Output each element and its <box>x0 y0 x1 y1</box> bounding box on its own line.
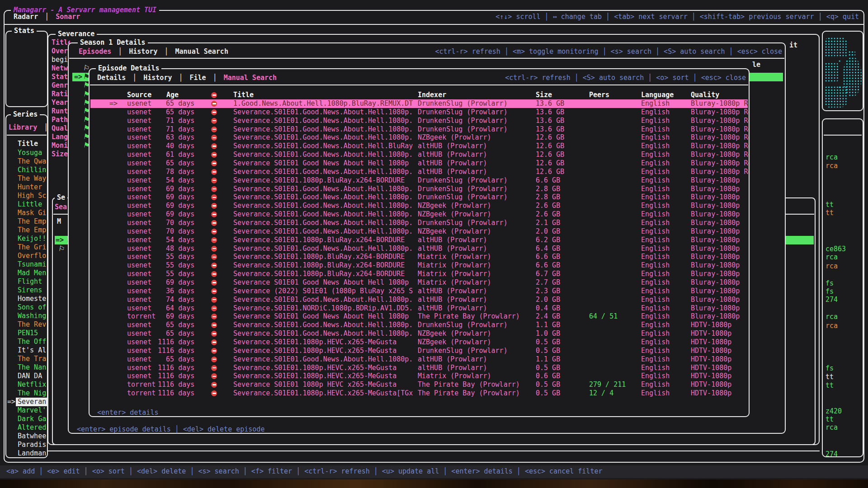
tab-radarr[interactable]: Radarr <box>14 13 38 21</box>
search-result-row[interactable]: usenet 64 daysSeverance.S01E01.NORDiC.10… <box>90 304 748 313</box>
series-list-item[interactable]: Sons of <box>6 303 47 312</box>
search-result-row[interactable]: usenet 69 daysSeverance S01E01 Good News… <box>90 278 748 287</box>
series-list-item[interactable]: Sirens <box>6 286 47 295</box>
search-result-row[interactable]: usenet1116 daysSeverance.S01E01.1080p.HE… <box>90 372 748 380</box>
tab-history[interactable]: History <box>129 47 157 56</box>
search-result-row[interactable]: usenet 65 daysSeverance S01E01 Good News… <box>90 159 748 168</box>
cell-indexer: altHUB (Prowlarr) <box>418 287 487 296</box>
series-list-item[interactable]: Mad Men <box>6 269 47 277</box>
cell-title: Severance.S01E01.Good.News.About.Hell.10… <box>233 133 413 142</box>
search-result-row[interactable]: usenet 70 daysSeverance.S01E01.Good.News… <box>90 227 748 236</box>
series-list-item[interactable]: The Nig <box>6 389 47 398</box>
search-result-row[interactable]: torrent1116 daysSeverance.S01E01.1080p.H… <box>90 389 748 398</box>
cell-language: English <box>641 304 670 313</box>
search-result-row[interactable]: usenet 71 daysSeverance.S01E01.Good.News… <box>90 117 748 125</box>
search-result-row[interactable]: usenet 63 daysSeverance.S01E01.Good.News… <box>90 133 748 142</box>
series-list-item[interactable]: Altered <box>6 423 47 432</box>
tab-seasons[interactable]: Sea <box>55 203 67 211</box>
series-list-item[interactable]: Keijo!! <box>6 235 47 243</box>
search-result-row[interactable]: usenet 55 daysSeverance.S01E01.1080p.Blu… <box>90 261 748 270</box>
series-list-item[interactable]: Landman <box>6 449 47 457</box>
series-list-item[interactable]: Dark Ga <box>6 415 47 423</box>
series-list-item[interactable]: It's Al <box>6 346 47 355</box>
search-result-row[interactable]: usenet 69 daysSeverance.S01E01.Good.News… <box>90 202 748 210</box>
series-list-item[interactable]: Washing <box>6 312 47 320</box>
cell-language: English <box>641 227 670 236</box>
series-list-item[interactable]: The Nan <box>6 363 47 372</box>
series-list-item[interactable]: DAN DA <box>6 372 47 380</box>
search-result-row[interactable]: =>usenet 65 days1.Good.News.About.Hell.1… <box>90 99 748 108</box>
managarr-logo <box>823 32 863 110</box>
series-list-item[interactable]: Mask Gi <box>6 209 47 217</box>
tab-episodes[interactable]: Episodes <box>79 47 111 56</box>
series-list-item[interactable]: The Way <box>6 174 47 183</box>
series-list-item[interactable]: The Rev <box>6 320 47 329</box>
search-result-row[interactable]: usenet 69 daysSeverance.S01E01.Good.News… <box>90 210 748 219</box>
search-result-row[interactable]: usenet 54 daysSeverance.S01E01.1080p.Blu… <box>90 236 748 244</box>
series-list-item[interactable]: Chillin <box>6 166 47 174</box>
series-list-item[interactable]: Tsunami <box>6 260 47 269</box>
search-result-row[interactable]: usenet 69 daysSeverance.S01E01.Good.News… <box>90 193 748 202</box>
search-result-row[interactable]: usenet 36 daysSeverance (2022) S01E01 (1… <box>90 287 748 296</box>
cell-size: 2.0 GB <box>536 296 560 304</box>
search-result-row[interactable]: torrent1116 daysSeverance S01E01 1080p H… <box>90 380 748 389</box>
series-list-item[interactable]: PEN15 <box>6 329 47 338</box>
search-result-row[interactable]: usenet 74 daysSeverance.S01E01.Good.News… <box>90 296 748 304</box>
cell-quality: HDTV-1080p <box>691 380 749 389</box>
search-result-row[interactable]: usenet 65 daysSeverance.S01E01.Good.News… <box>90 329 748 338</box>
cell-quality: Bluray-1080p <box>691 312 749 321</box>
search-result-row[interactable]: usenet 78 daysSeverance.S01E01.Good.News… <box>90 168 748 176</box>
search-result-row[interactable]: usenet 48 daysSeverance.S01E01.Good.News… <box>90 244 748 253</box>
series-list-item[interactable]: Paradis <box>6 441 47 449</box>
cell-title: Severance.S01E01.Good.News.About.Hell.10… <box>233 355 413 364</box>
search-result-row[interactable]: usenet 69 daysSeverance.S01E01.Good.News… <box>90 185 748 193</box>
series-list-item[interactable]: The Gri <box>6 243 47 252</box>
truncated-text-fragment: tt <box>826 373 834 381</box>
rejected-icon <box>211 194 217 200</box>
search-result-row[interactable]: torrent 69 daysSeverance S01E01 Good New… <box>90 312 748 321</box>
tab-library[interactable]: Library <box>9 123 37 132</box>
search-result-row[interactable]: usenet 55 daysSeverance.S01E01.1080p.Blu… <box>90 253 748 261</box>
search-result-row[interactable]: usenet1116 daysSeverance.S01E01.1080p.HE… <box>90 347 748 355</box>
cell-title: Severance (2022) S01E01 (1080p BluRay x2… <box>233 287 413 296</box>
search-result-row[interactable]: usenet 54 daysSeverance.S01E01.1080p.Blu… <box>90 176 748 185</box>
series-list-item[interactable]: The Qwa <box>6 157 47 166</box>
tab-sonarr[interactable]: Sonarr <box>56 13 80 21</box>
series-list-item[interactable]: Overflo <box>6 252 47 260</box>
series-list-item[interactable]: Yosuga <box>6 149 47 157</box>
series-list-item[interactable]: Netflix <box>6 380 47 389</box>
series-list-item[interactable]: Little <box>6 200 47 209</box>
series-list-item[interactable]: High Sc <box>6 192 47 200</box>
cell-language: English <box>641 321 670 329</box>
search-result-row[interactable]: usenet 71 daysSeverance.S01E01.Good.News… <box>90 125 748 134</box>
search-result-row[interactable]: usenet 70 daysSeverance.S01E01.Good.News… <box>90 219 748 227</box>
series-list-label: The Gri <box>18 243 47 252</box>
search-result-row[interactable]: usenet 55 daysSeverance.S01E01.1080p.Blu… <box>90 270 748 278</box>
series-list-item[interactable]: The Tra <box>6 355 47 363</box>
series-list-item[interactable]: Homeste <box>6 295 47 303</box>
cell-quality: Bluray-1080p <box>691 244 749 253</box>
truncated-text-fragment: ce863 <box>826 245 846 253</box>
series-list-item[interactable]: The Off <box>6 338 47 346</box>
series-list-item[interactable]: Flight <box>6 277 47 286</box>
tab-manual-search[interactable]: Manual Search <box>175 47 228 56</box>
search-result-row[interactable]: usenet 65 daysSeverance.S01E01.Good.News… <box>90 108 748 117</box>
series-list-item[interactable]: The Emp <box>6 217 47 226</box>
series-list-label: The Emp <box>18 217 47 226</box>
search-result-row[interactable]: usenet 61 daysSeverance.S01E01.Good.News… <box>90 150 748 159</box>
cell-indexer: altHUB (Prowlarr) <box>418 168 487 176</box>
search-result-row[interactable]: usenet1116 daysSeverance.S01E01.1080p.HE… <box>90 338 748 347</box>
search-result-row[interactable]: usenet 65 daysSeverance.S01E01.Good.News… <box>90 355 748 364</box>
cell-age: 1116 days <box>158 338 194 347</box>
rejected-icon <box>211 271 217 277</box>
cell-quality: Bluray-1080p Re <box>691 125 749 134</box>
search-result-row[interactable]: usenet 40 daysSeverance.S01E01.Good.News… <box>90 142 748 150</box>
search-result-row[interactable]: usenet 65 daysSeverance.S01E01.Good.News… <box>90 321 748 329</box>
series-list-item[interactable]: Hunter <box>6 183 47 192</box>
series-list-item[interactable]: Marvel' <box>6 406 47 415</box>
series-list-item[interactable]: =>Severan <box>6 398 47 406</box>
search-result-row[interactable]: usenet1116 daysSeverance.S01E01.1080p.HE… <box>90 364 748 372</box>
series-list-item[interactable]: Batwhee <box>6 432 47 441</box>
series-list-item[interactable]: The Emp <box>6 226 47 235</box>
series-list-label: Keijo!! <box>18 235 47 243</box>
